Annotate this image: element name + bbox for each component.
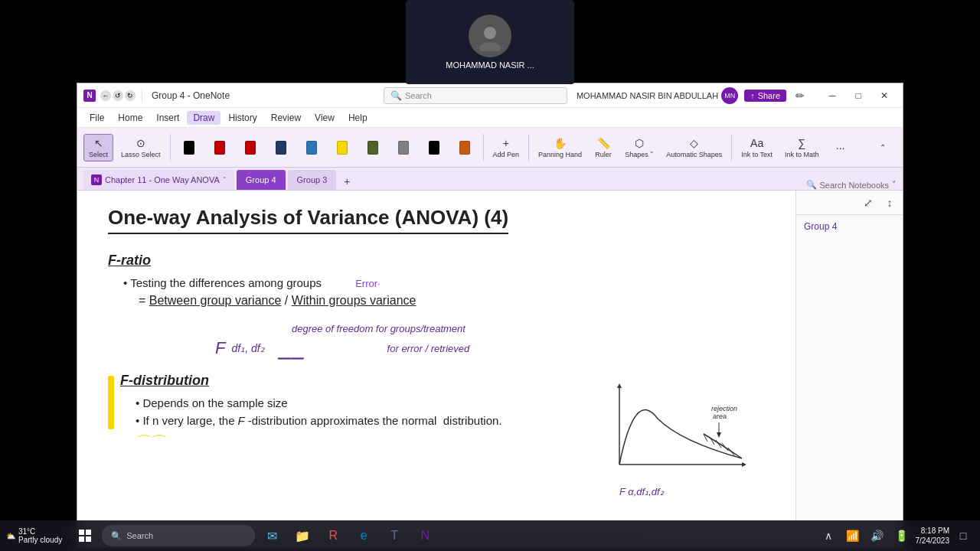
pen-orange[interactable] bbox=[451, 139, 479, 157]
taskbar-search-icon: 🔍 bbox=[111, 531, 122, 541]
user-avatar: MN bbox=[721, 87, 738, 104]
bullet-large-n: • If n very large, the F-distribution ap… bbox=[136, 414, 501, 427]
close-button[interactable]: ✕ bbox=[872, 87, 897, 104]
taskbar-edge-button[interactable]: e bbox=[350, 522, 377, 549]
menu-insert[interactable]: Insert bbox=[150, 111, 185, 125]
svg-rect-17 bbox=[79, 536, 84, 542]
lasso-select-button[interactable]: ⊙ Lasso Select bbox=[116, 135, 165, 161]
pen-swatch-black2 bbox=[429, 141, 439, 155]
f-dist-svg: rejection area bbox=[612, 373, 750, 480]
search-notebooks-button[interactable]: 🔍 Search Notebooks ˅ bbox=[806, 180, 897, 190]
menu-view[interactable]: View bbox=[309, 111, 341, 125]
pen-gray[interactable] bbox=[390, 139, 417, 157]
undo-redo-group: ← ↺ ↻ bbox=[100, 90, 136, 101]
menu-help[interactable]: Help bbox=[342, 111, 374, 125]
taskbar-chevron-button[interactable]: ∧ bbox=[818, 525, 839, 546]
panning-hand-button[interactable]: ✋ Panning Hand bbox=[534, 135, 586, 161]
svg-rect-15 bbox=[79, 530, 84, 535]
taskbar-notification-icon[interactable]: □ bbox=[952, 525, 974, 546]
menu-home[interactable]: Home bbox=[112, 111, 149, 125]
sidebar-page-item[interactable]: Group 4 bbox=[796, 215, 903, 238]
back-button[interactable]: ← bbox=[100, 90, 111, 101]
pen-red1[interactable] bbox=[206, 139, 234, 157]
ink-to-math-button[interactable]: ∑ Ink to Math bbox=[780, 135, 824, 161]
pen-darkgreen[interactable] bbox=[359, 139, 387, 157]
add-tab-button[interactable]: + bbox=[338, 173, 355, 190]
start-button[interactable] bbox=[71, 522, 99, 549]
edit-button[interactable]: ✏ bbox=[789, 85, 811, 106]
onenote-window: N ← ↺ ↻ Group 4 - OneNote 🔍 Search MOHAM… bbox=[77, 83, 903, 548]
right-sidebar: ⤢ ↕ Group 4 bbox=[795, 191, 903, 547]
pen-yellow[interactable] bbox=[328, 139, 356, 157]
pen-black2[interactable] bbox=[420, 139, 448, 157]
pen-navy[interactable] bbox=[267, 139, 295, 157]
mail-icon: ✉ bbox=[267, 529, 277, 543]
f-ratio-section: F-ratio • Testing the differences among … bbox=[108, 253, 765, 308]
tab-group3[interactable]: Group 3 bbox=[288, 170, 337, 190]
taskbar-folder-button[interactable]: 📁 bbox=[289, 522, 316, 549]
handwritten-annotations: degree of freedom for groups/treatment F… bbox=[215, 323, 765, 360]
separator-1 bbox=[170, 134, 171, 161]
menu-file[interactable]: File bbox=[83, 111, 110, 125]
menu-bar: File Home Insert Draw History Review Vie… bbox=[77, 108, 903, 128]
window-title: Group 4 - OneNote bbox=[152, 90, 384, 101]
menu-history[interactable]: History bbox=[222, 111, 263, 125]
weather-desc: Partly cloudy bbox=[18, 536, 62, 544]
search-icon-small: 🔍 bbox=[806, 180, 817, 190]
taskbar-date-value: 7/24/2023 bbox=[916, 536, 950, 546]
windows-logo-icon bbox=[79, 530, 91, 542]
svg-text:area: area bbox=[713, 412, 727, 420]
sort-sidebar-button[interactable]: ↕ bbox=[881, 194, 898, 211]
maximize-button[interactable]: □ bbox=[846, 87, 871, 104]
auto-shapes-icon: ◇ bbox=[690, 137, 698, 149]
minimize-button[interactable]: ─ bbox=[820, 87, 844, 104]
taskbar-onenote-button[interactable]: N bbox=[411, 522, 439, 549]
taskbar-clock[interactable]: 8:18 PM 7/24/2023 bbox=[916, 526, 950, 546]
undo-button[interactable]: ↺ bbox=[113, 90, 123, 101]
svg-point-1 bbox=[479, 42, 501, 51]
taskbar-time-value: 8:18 PM bbox=[916, 526, 950, 536]
ink-to-text-button[interactable]: Aa Ink to Text bbox=[737, 135, 777, 161]
select-button[interactable]: ↖ Select bbox=[83, 134, 113, 161]
taskbar: ⛅ 31°C Partly cloudy 🔍 Search ✉ 📁 R e T … bbox=[0, 520, 980, 551]
menu-review[interactable]: Review bbox=[265, 111, 307, 125]
more-button[interactable]: ··· bbox=[827, 139, 854, 156]
pen-swatch-red1 bbox=[214, 141, 225, 155]
taskbar-browser1-button[interactable]: R bbox=[319, 522, 347, 549]
redo-button[interactable]: ↻ bbox=[125, 90, 136, 101]
shapes-button[interactable]: ⬡ Shapes ˅ bbox=[620, 135, 658, 161]
ink-text-icon: Aa bbox=[750, 137, 763, 149]
collapse-ribbon-button[interactable]: ⌃ bbox=[869, 141, 897, 154]
pen-darkred[interactable] bbox=[237, 139, 264, 157]
f-dist-graph: rejection area F α,df₁,df₂ bbox=[612, 373, 765, 497]
hand-icon: ✋ bbox=[554, 137, 567, 149]
expand-sidebar-button[interactable]: ⤢ bbox=[860, 194, 877, 211]
chevron-up-icon: ⌃ bbox=[880, 143, 886, 152]
add-pen-button[interactable]: + Add Pen bbox=[488, 135, 524, 161]
taskbar-battery-icon: 🔋 bbox=[891, 525, 913, 546]
taskbar-mail-button[interactable]: ✉ bbox=[258, 522, 286, 549]
share-button[interactable]: ↑ Share bbox=[744, 90, 786, 102]
menu-draw[interactable]: Draw bbox=[187, 111, 220, 125]
svg-line-7 bbox=[710, 437, 714, 445]
taskbar-teams-button[interactable]: T bbox=[381, 522, 408, 549]
edge-icon: e bbox=[361, 529, 368, 543]
ruler-icon: 📏 bbox=[597, 137, 610, 149]
weather-widget: ⛅ 31°C Partly cloudy bbox=[6, 527, 62, 544]
tab-group4[interactable]: Group 4 bbox=[237, 170, 286, 190]
taskbar-volume-icon: 🔊 bbox=[867, 525, 888, 546]
plus-icon: + bbox=[503, 137, 509, 149]
svg-marker-4 bbox=[742, 462, 746, 467]
search-box[interactable]: 🔍 Search bbox=[384, 87, 567, 104]
pen-black[interactable] bbox=[175, 139, 203, 157]
sidebar-toolbar: ⤢ ↕ bbox=[796, 191, 903, 215]
video-user-name: MOHAMMAD NASIR ... bbox=[446, 60, 534, 70]
taskbar-search[interactable]: 🔍 Search bbox=[102, 525, 255, 546]
notebook-breadcrumb[interactable]: N Chapter 11 - One Way ANOVA ˅ bbox=[83, 170, 234, 190]
shapes-icon: ⬡ bbox=[635, 137, 644, 149]
ruler-button[interactable]: 📏 Ruler bbox=[590, 135, 617, 161]
auto-shapes-button[interactable]: ◇ Automatic Shapes bbox=[662, 135, 727, 161]
pen-blue[interactable] bbox=[298, 139, 325, 157]
window-controls: ─ □ ✕ bbox=[820, 87, 897, 104]
teams-icon: T bbox=[390, 529, 398, 543]
